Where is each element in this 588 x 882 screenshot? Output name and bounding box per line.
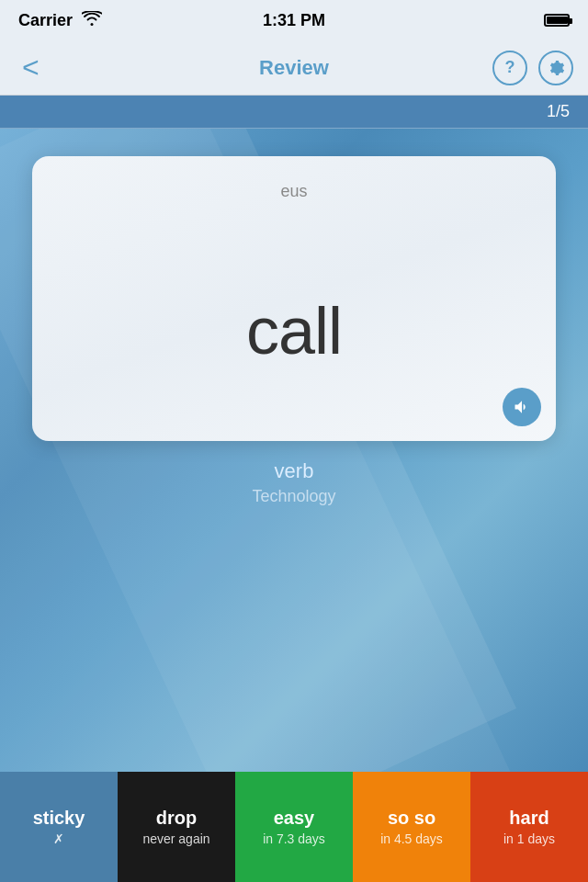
hard-sublabel: in 1 days	[503, 831, 555, 846]
status-bar: Carrier 1:31 PM	[0, 0, 588, 40]
nav-icons: ?	[492, 51, 573, 85]
easy-button[interactable]: easy in 7.3 days	[235, 772, 353, 882]
speaker-icon	[513, 398, 531, 416]
counter-text: 1/5	[547, 102, 570, 121]
easy-sublabel: in 7.3 days	[263, 831, 325, 846]
soso-label: so so	[388, 808, 435, 829]
help-button[interactable]: ?	[492, 51, 527, 85]
drop-label: drop	[156, 808, 197, 829]
audio-button[interactable]	[503, 388, 541, 426]
soso-sublabel: in 4.5 days	[380, 831, 443, 846]
soso-button[interactable]: so so in 4.5 days	[353, 772, 470, 882]
bottom-buttons: sticky ✗ drop never again easy in 7.3 da…	[0, 772, 588, 882]
wifi-icon	[82, 11, 102, 29]
flashcard[interactable]: eus call	[32, 156, 556, 441]
settings-button[interactable]	[538, 51, 573, 85]
word-info: verb Technology	[252, 459, 335, 506]
nav-bar: < Review ?	[0, 40, 588, 96]
counter-bar: 1/5	[0, 96, 588, 129]
word-category: Technology	[252, 487, 335, 506]
main-area: eus call verb Technology	[0, 129, 588, 772]
back-button[interactable]: <	[15, 47, 47, 88]
sticky-sublabel: ✗	[53, 831, 64, 846]
status-time: 1:31 PM	[263, 11, 325, 30]
hard-button[interactable]: hard in 1 days	[470, 772, 588, 882]
carrier-label: Carrier	[18, 11, 73, 30]
easy-label: easy	[274, 808, 315, 829]
sticky-label: sticky	[33, 808, 85, 829]
status-right	[544, 14, 570, 27]
word-type: verb	[252, 459, 335, 483]
hard-label: hard	[509, 808, 548, 829]
battery-icon	[544, 14, 570, 27]
drop-button[interactable]: drop never again	[118, 772, 235, 882]
card-word: call	[246, 256, 342, 404]
card-subtitle: eus	[280, 182, 307, 201]
sticky-button[interactable]: sticky ✗	[0, 772, 118, 882]
nav-title: Review	[259, 56, 329, 80]
status-left: Carrier	[18, 11, 102, 30]
drop-sublabel: never again	[142, 831, 209, 846]
